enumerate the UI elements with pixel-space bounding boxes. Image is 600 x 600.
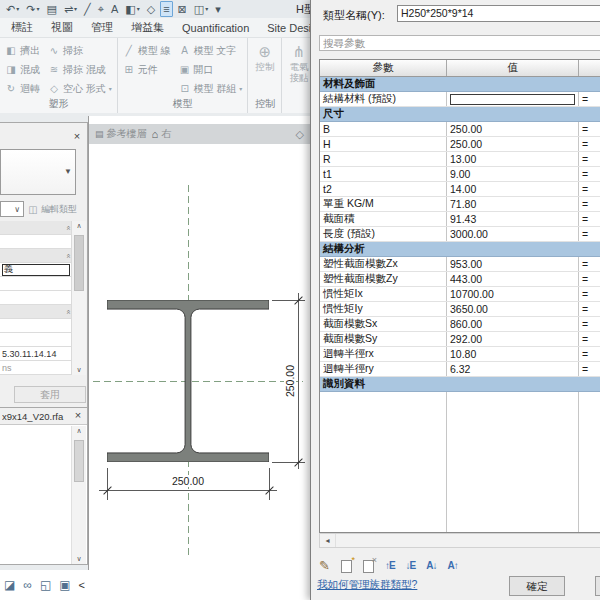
parameter-value[interactable]: 250.00	[447, 122, 579, 136]
height-dimension-value[interactable]: 250.00	[284, 362, 296, 400]
browser-title-bar[interactable]: x9x14_V20.rfa ×	[0, 408, 87, 425]
collapse-view-bar-icon[interactable]: <	[79, 579, 85, 591]
parameter-formula[interactable]: =	[579, 347, 600, 361]
property-row-7[interactable]	[0, 319, 72, 333]
customize-qat-icon[interactable]: ▾	[213, 1, 223, 17]
properties-scrollbar[interactable]: ∧ ∨	[71, 221, 86, 375]
edit-type-button[interactable]: ◫ 編輯類型	[27, 201, 87, 217]
ribbon-item-1-4[interactable]: ▣開口	[179, 60, 243, 79]
parameter-value[interactable]	[447, 92, 579, 106]
property-row-1[interactable]	[0, 235, 72, 249]
text-icon[interactable]: A	[109, 1, 120, 17]
parameter-formula[interactable]: =	[579, 362, 600, 376]
parameter-formula[interactable]: =	[579, 152, 600, 166]
parameter-formula[interactable]: =	[579, 182, 600, 196]
ribbon-item-0-1[interactable]: ◨混成	[5, 60, 40, 79]
parameter-value[interactable]: 71.80	[447, 197, 579, 211]
property-row-9[interactable]: 5.30.11.14.14	[0, 347, 72, 361]
ribbon-tab-3[interactable]: 增益集	[122, 17, 173, 38]
close-icon[interactable]: ×	[71, 409, 85, 423]
parameter-value[interactable]: 3650.00	[447, 302, 579, 316]
parameter-formula[interactable]: =	[579, 212, 600, 226]
ribbon-item-0-5[interactable]: ◇空心 形式▾	[48, 79, 112, 98]
parameter-formula[interactable]: =	[579, 92, 600, 106]
property-row-5[interactable]	[0, 291, 72, 305]
scroll-up-icon[interactable]: ∧	[72, 427, 86, 435]
parameter-value[interactable]: 10.80	[447, 347, 579, 361]
loaded-family-icon[interactable]: ◪	[4, 578, 15, 592]
new-parameter-icon[interactable]: *	[341, 560, 352, 573]
ribbon-tab-2[interactable]: 管理	[82, 17, 122, 38]
parameter-formula[interactable]: =	[579, 302, 600, 316]
parameter-value[interactable]: 13.00	[447, 152, 579, 166]
move-parameter-up-icon[interactable]: ↑E	[385, 559, 395, 573]
close-icon[interactable]: ×	[70, 130, 84, 144]
parameter-value[interactable]: 10700.00	[447, 287, 579, 301]
apply-button[interactable]: 套用	[14, 386, 86, 403]
ribbon-item-0-4[interactable]: ≋掃掠 混成	[48, 60, 112, 79]
default-3d-view-icon[interactable]: ◧▾	[123, 1, 141, 17]
parameter-formula[interactable]: =	[579, 122, 600, 136]
search-parameters-input[interactable]	[319, 35, 600, 51]
scrollbar-thumb[interactable]	[74, 235, 84, 291]
scrollbar-thumb[interactable]	[74, 440, 84, 482]
scroll-left-icon[interactable]: ◂	[320, 534, 336, 547]
parameter-value[interactable]: 292.00	[447, 332, 579, 346]
parameter-value[interactable]: 3000.00	[447, 227, 579, 241]
parameter-value[interactable]: 250.00	[447, 137, 579, 151]
ribbon-item-1-0[interactable]: ╱模型 線	[123, 41, 171, 60]
undo-icon[interactable]: ↶▾	[4, 1, 21, 17]
ribbon-item-1-1[interactable]: ⊞元件	[123, 60, 171, 79]
parameter-formula[interactable]: =	[579, 332, 600, 346]
ribbon-tab-0[interactable]: 標註	[2, 17, 42, 38]
tag-icon[interactable]: ⌖	[96, 1, 106, 17]
switch-windows-icon[interactable]: ◫▾	[192, 1, 210, 17]
delete-parameter-icon[interactable]: ×	[363, 560, 374, 573]
parameter-value[interactable]: 9.00	[447, 167, 579, 181]
scroll-down-icon[interactable]: ∨	[72, 366, 86, 374]
parameter-value-input[interactable]	[450, 94, 575, 105]
parameter-value[interactable]: 443.00	[447, 272, 579, 286]
redo-icon[interactable]: ↷▾	[24, 1, 41, 17]
edit-parameter-icon[interactable]: ✎	[319, 559, 330, 573]
print-icon[interactable]: ▤	[44, 1, 58, 17]
width-dimension-value[interactable]: 250.00	[169, 475, 207, 487]
property-row-3[interactable]: 義	[0, 263, 72, 277]
parameter-value[interactable]: 860.00	[447, 317, 579, 331]
property-value-input[interactable]: 義	[2, 264, 70, 276]
ribbon-item-0-2[interactable]: ↻迴轉	[5, 79, 40, 98]
thin-lines-icon[interactable]: ◇	[145, 1, 157, 17]
crop-view-icon[interactable]: ◱	[40, 578, 51, 592]
type-selector[interactable]: ▼	[0, 149, 76, 195]
type-selector-combo[interactable]: ∨	[0, 201, 24, 217]
show-crop-region-icon[interactable]: ▣	[59, 578, 70, 592]
browser-scrollbar[interactable]: ∧ ∨	[71, 426, 86, 564]
aligned-dimension-icon[interactable]: ╱	[82, 1, 93, 17]
parameter-value[interactable]: 91.43	[447, 212, 579, 226]
chevron-down-icon[interactable]: ▼	[64, 167, 72, 176]
parameter-value[interactable]: 6.32	[447, 362, 579, 376]
ribbon-item-1-5[interactable]: ⊡模型 群組▾	[179, 79, 243, 98]
parameter-value[interactable]: 953.00	[447, 257, 579, 271]
property-row-6[interactable]: «	[0, 305, 72, 319]
measure-icon[interactable]: ⇌▾	[62, 1, 79, 17]
reveal-hidden-elements-icon[interactable]: ∞	[23, 578, 32, 592]
parameter-value[interactable]: 14.00	[447, 182, 579, 196]
parameter-formula[interactable]: =	[579, 257, 600, 271]
parameter-formula[interactable]: =	[579, 287, 600, 301]
sort-descending-icon[interactable]: A↑	[447, 559, 457, 573]
ribbon-item-0-0[interactable]: ◧擠出	[5, 41, 40, 60]
property-row-4[interactable]	[0, 277, 72, 291]
cut-off-button[interactable]	[595, 576, 600, 596]
ok-button[interactable]: 確定	[509, 576, 565, 596]
ribbon-item-0-3[interactable]: ∿掃掠	[48, 41, 112, 60]
parameter-formula[interactable]: =	[579, 167, 600, 181]
view-tab-0[interactable]: ▤參考樓層	[95, 127, 147, 141]
parameter-formula[interactable]: =	[579, 272, 600, 286]
parameter-formula[interactable]: =	[579, 227, 600, 241]
parameter-formula[interactable]: =	[579, 197, 600, 211]
ribbon-item-1-3[interactable]: A模型 文字	[179, 41, 243, 60]
family-types-icon[interactable]: ≡	[160, 1, 172, 17]
type-name-combobox[interactable]: H250*250*9*14	[397, 5, 600, 22]
scroll-up-icon[interactable]: ∧	[72, 222, 86, 230]
